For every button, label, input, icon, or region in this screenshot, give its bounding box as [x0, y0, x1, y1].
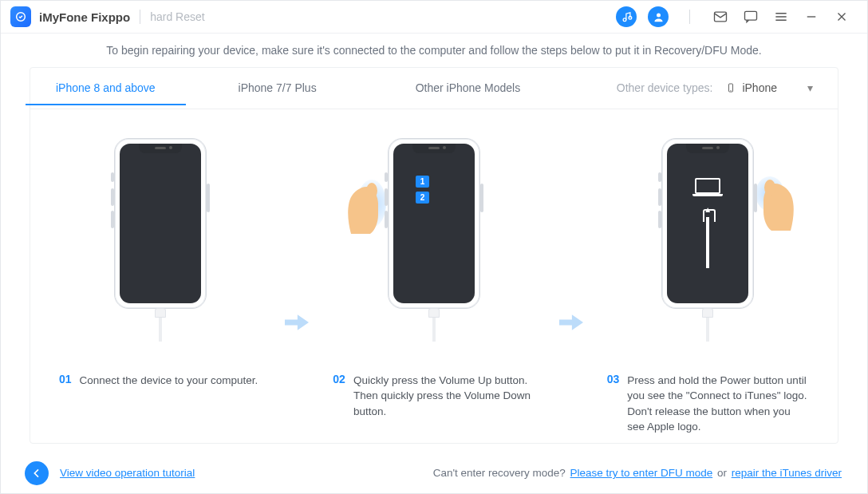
step-2-text: Quickly press the Volume Up button. Then… — [353, 373, 535, 420]
step-1-text: Connect the device to your computer. — [80, 373, 258, 389]
finger-right-icon — [756, 170, 795, 231]
device-type-select[interactable]: iPhone ▾ — [720, 79, 819, 97]
device-type-value: iPhone — [742, 81, 777, 94]
app-logo — [10, 6, 31, 27]
phone-icon — [726, 81, 736, 94]
connect-itunes-icon: ▲ — [667, 144, 748, 303]
minimize-button[interactable] — [802, 7, 821, 26]
menu-icon[interactable] — [771, 7, 791, 26]
other-types-label: Other device types: — [617, 81, 713, 94]
video-tutorial-link[interactable]: View video operation tutorial — [60, 467, 195, 479]
arrow-icon — [559, 310, 583, 334]
instruction-subheader: To begin repairing your device, make sur… — [1, 34, 867, 66]
dfu-mode-link[interactable]: Please try to enter DFU mode — [570, 467, 713, 479]
step-3: ▲ 03 Press and hold the Power button unt… — [602, 138, 814, 435]
footer-or: or — [717, 467, 730, 479]
content-card: iPhone 8 and above iPhone 7/7 Plus Other… — [30, 67, 838, 444]
arrow-icon — [285, 310, 309, 334]
tab-iphone-7[interactable]: iPhone 7/7 Plus — [232, 81, 323, 94]
back-button[interactable] — [25, 461, 49, 485]
svg-rect-4 — [715, 12, 727, 22]
step-3-number: 03 — [607, 373, 620, 435]
mail-icon[interactable] — [711, 7, 730, 26]
svg-point-3 — [657, 13, 661, 17]
tab-iphone-8-above[interactable]: iPhone 8 and above — [49, 81, 162, 94]
svg-rect-5 — [745, 11, 757, 20]
footer: View video operation tutorial Can't ente… — [1, 453, 867, 493]
tab-label: iPhone 8 and above — [56, 81, 156, 94]
breadcrumb: hard Reset — [150, 10, 204, 23]
steps-row: 01 Connect the device to your computer. — [30, 109, 838, 443]
tab-other-iphone[interactable]: Other iPhone Models — [409, 81, 527, 94]
titlebar: iMyFone Fixppo hard Reset — [1, 1, 867, 34]
finger-left-icon — [346, 173, 386, 234]
step-3-illustration: ▲ — [644, 138, 771, 346]
step-1: 01 Connect the device to your computer. — [54, 138, 266, 389]
app-name: iMyFone Fixppo — [39, 10, 130, 24]
step-3-text: Press and hold the Power button until yo… — [627, 373, 809, 435]
music-icon[interactable] — [616, 6, 637, 27]
svg-point-7 — [366, 183, 377, 199]
chevron-down-icon: ▾ — [807, 81, 813, 94]
feedback-icon[interactable] — [741, 7, 760, 26]
title-separator — [140, 10, 140, 24]
step-1-illustration — [97, 138, 224, 346]
close-button[interactable] — [832, 7, 851, 26]
account-icon[interactable] — [648, 6, 669, 27]
badge-1: 1 — [416, 176, 429, 188]
step-1-number: 01 — [59, 373, 72, 389]
titlebar-separator — [689, 10, 690, 24]
svg-point-8 — [764, 180, 775, 196]
step-2-number: 02 — [333, 373, 345, 420]
step-2-illustration: 1 2 — [370, 138, 498, 346]
footer-help-text: Can't enter recovery mode? — [433, 467, 569, 479]
badge-2: 2 — [416, 192, 429, 204]
repair-driver-link[interactable]: repair the iTunes driver — [732, 467, 842, 479]
tabbar: iPhone 8 and above iPhone 7/7 Plus Other… — [30, 68, 838, 109]
step-2: 1 2 02 Quickly press the Volume Up butto… — [328, 138, 539, 420]
